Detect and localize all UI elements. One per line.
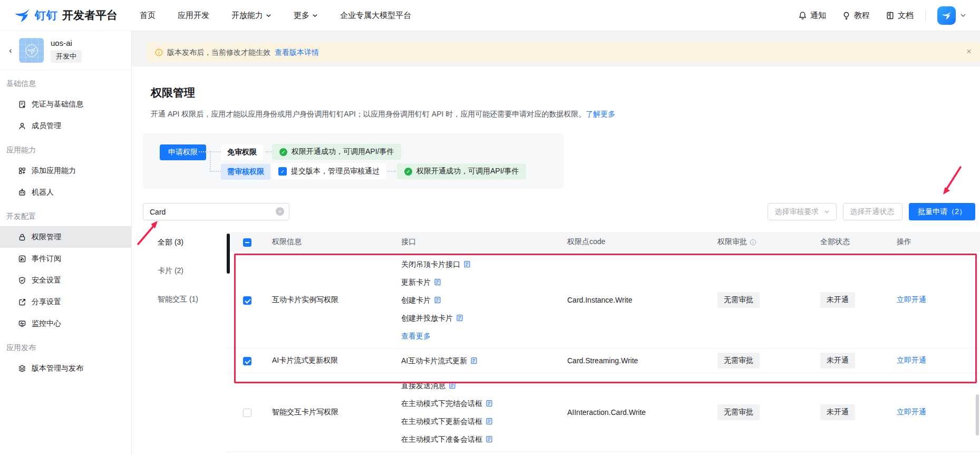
category-list: 全部 (3)卡片 (2)智能交互 (1) <box>143 232 226 452</box>
permission-page: 权限管理 开通 API 权限后，应用才能以应用身份或用户身份调用钉钉API；以应… <box>132 66 980 455</box>
sidebar-item-label: 权限管理 <box>32 233 61 242</box>
flow-connector <box>387 171 396 172</box>
sidebar-item-label: 机器人 <box>32 188 54 197</box>
nav-item-home[interactable]: 首页 <box>140 11 156 21</box>
api-name: 直接发送消息 <box>401 376 445 394</box>
row-checkbox[interactable] <box>243 409 251 417</box>
header-code: 权限点code <box>567 237 717 247</box>
clear-search-icon[interactable]: × <box>276 207 284 216</box>
review-filter-select[interactable]: 选择审核要求 <box>768 203 837 220</box>
top-action-tutorial[interactable]: 教程 <box>842 11 870 21</box>
lock-icon <box>18 233 26 241</box>
description-text: 开通 API 权限后，应用才能以应用身份或用户身份调用钉钉API；以应用身份调用… <box>151 110 586 118</box>
person-icon <box>18 122 26 130</box>
top-action-docs[interactable]: 文档 <box>886 11 914 21</box>
table-area: 全部 (3)卡片 (2)智能交互 (1) 权限信息 接口 权限点code 权限审… <box>143 232 980 452</box>
banner-text: 版本发布后，当前修改才能生效 <box>167 48 270 57</box>
sidebar-item-version-release[interactable]: 版本管理与发布 <box>0 357 131 379</box>
batch-apply-button[interactable]: 批量申请（2） <box>909 203 975 220</box>
vertical-scrollbar-thumb[interactable] <box>976 394 979 435</box>
need-review-label: 需审核权限 <box>221 164 270 180</box>
nav-item-more[interactable]: 更多 <box>294 11 318 21</box>
flow-success-review: ✓ 权限开通成功，可调用API/事件 <box>397 163 526 179</box>
bell-icon <box>798 11 807 20</box>
topnav-divider <box>925 10 926 21</box>
search-input[interactable] <box>143 203 289 220</box>
dingtalk-logo-icon <box>14 8 31 23</box>
dingtalk-developer-platform: 钉钉 开发者平台 首页应用开发开放能力更多企业专属大模型平台 通知教程文档 ‹ <box>0 0 980 455</box>
table-row: 智能交互卡片写权限直接发送消息在主动模式下完结会话框在主动模式下更新会话框在主动… <box>226 373 980 452</box>
approval-tag: 无需审批 <box>717 353 760 369</box>
sidebar-item-security[interactable]: 安全设置 <box>0 269 131 291</box>
open-now-link[interactable]: 立即开通 <box>897 295 926 304</box>
brand-logo[interactable]: 钉钉 开发者平台 <box>14 8 118 23</box>
main-content: 版本发布后，当前修改才能生效 查看版本详情 × 权限管理 开通 API 权限后，… <box>132 31 980 455</box>
api-doc-icon[interactable] <box>486 435 493 443</box>
api-doc-icon[interactable] <box>486 418 493 425</box>
flow-connector <box>266 151 272 152</box>
main-nav: 首页应用开发开放能力更多企业专属大模型平台 <box>140 11 411 21</box>
sidebar: ‹ uos-ai 开发中 基础信息凭证与基础信息成员管理应用能力添加应用能力机器… <box>0 31 132 455</box>
page-title: 权限管理 <box>151 85 980 101</box>
rss-icon <box>18 255 26 263</box>
flow-submit-step: ✓ 提交版本，管理员审核通过 <box>272 163 386 179</box>
sidebar-item-label: 分享设置 <box>32 297 61 307</box>
sidebar-item-members[interactable]: 成员管理 <box>0 115 131 137</box>
api-doc-icon[interactable] <box>463 260 471 268</box>
open-now-link[interactable]: 立即开通 <box>897 408 926 416</box>
nav-item-open-capability[interactable]: 开放能力 <box>231 11 271 21</box>
sidebar-item-label: 安全设置 <box>32 276 61 285</box>
api-doc-icon[interactable] <box>449 382 456 389</box>
view-version-link[interactable]: 查看版本详情 <box>275 48 319 57</box>
status-filter-select[interactable]: 选择开通状态 <box>843 203 903 220</box>
category-card[interactable]: 卡片 (2) <box>158 260 226 280</box>
flow-connector <box>210 171 221 172</box>
sidebar-item-monitor[interactable]: 监控中心 <box>0 313 131 334</box>
nav-item-enterprise-llm[interactable]: 企业专属大模型平台 <box>340 11 411 21</box>
api-name: 创建并投放卡片 <box>401 309 453 327</box>
toolbar-filters: 选择审核要求 选择开通状态 批量申请（2） <box>768 203 975 220</box>
category-all[interactable]: 全部 (3) <box>158 232 226 252</box>
header-status: 全部状态 <box>820 237 897 247</box>
table-row: AI卡片流式更新权限AI互动卡片流式更新Card.Streaming.Write… <box>226 348 980 373</box>
info-circle-icon <box>750 239 756 246</box>
scrollbar-thumb[interactable] <box>227 234 230 274</box>
sidebar-item-permissions[interactable]: 权限管理 <box>0 226 131 248</box>
category-ai-interaction[interactable]: 智能交互 (1) <box>158 289 226 309</box>
user-avatar[interactable] <box>937 6 956 25</box>
layers-icon <box>18 364 26 373</box>
row-checkbox[interactable] <box>243 357 251 365</box>
topnav-right: 通知教程文档 <box>798 6 966 25</box>
sidebar-section-label: 应用能力 <box>0 137 131 160</box>
api-doc-icon[interactable] <box>434 278 441 286</box>
select-all-checkbox[interactable] <box>243 238 251 247</box>
sidebar-item-robot[interactable]: 机器人 <box>0 181 131 203</box>
back-chevron-icon[interactable]: ‹ <box>5 46 16 55</box>
top-action-notifications[interactable]: 通知 <box>798 11 826 21</box>
clipboard-check-icon: ✓ <box>278 167 287 176</box>
sidebar-item-label: 凭证与基础信息 <box>32 100 83 109</box>
row-checkbox[interactable] <box>243 296 251 305</box>
sidebar-item-label: 事件订阅 <box>32 254 61 264</box>
top-action-label: 通知 <box>810 11 826 21</box>
sidebar-item-credentials[interactable]: 凭证与基础信息 <box>0 93 131 115</box>
sidebar-item-event-subscription[interactable]: 事件订阅 <box>0 248 131 269</box>
sidebar-section-label: 应用发布 <box>0 334 131 357</box>
apply-permission-button[interactable]: 申请权限 <box>160 144 206 160</box>
open-now-link[interactable]: 立即开通 <box>897 356 926 364</box>
api-doc-icon[interactable] <box>470 357 478 364</box>
api-doc-icon[interactable] <box>434 296 441 304</box>
close-icon[interactable]: × <box>966 47 972 56</box>
dingtalk-wing-icon <box>942 11 952 20</box>
grid-icon <box>18 167 26 175</box>
chevron-down-icon[interactable] <box>960 12 966 18</box>
api-doc-icon[interactable] <box>456 314 463 322</box>
view-more-link[interactable]: 查看更多 <box>401 327 562 345</box>
sidebar-item-share[interactable]: 分享设置 <box>0 291 131 313</box>
sidebar-item-add-capability[interactable]: 添加应用能力 <box>0 160 131 181</box>
nav-item-label: 首页 <box>140 11 156 21</box>
learn-more-link[interactable]: 了解更多 <box>586 110 615 118</box>
api-doc-icon[interactable] <box>486 400 493 407</box>
sidebar-item-label: 监控中心 <box>32 319 61 328</box>
nav-item-app-dev[interactable]: 应用开发 <box>178 11 209 21</box>
